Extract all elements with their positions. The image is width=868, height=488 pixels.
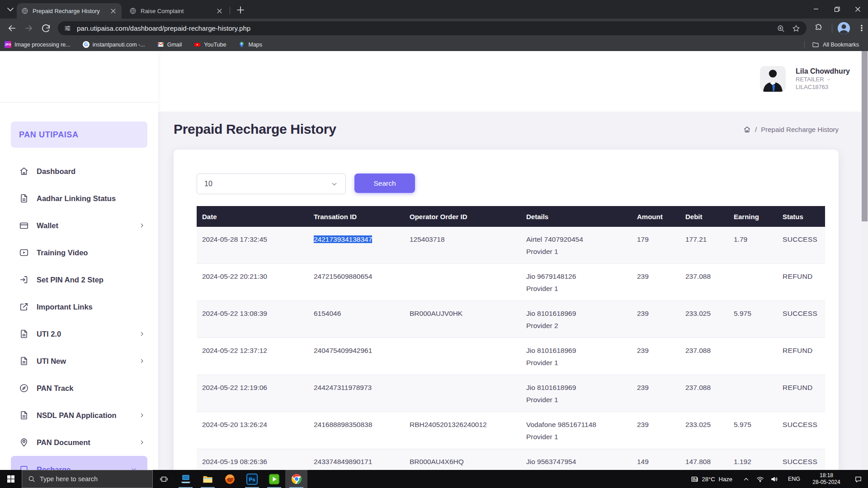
sidebar-item-important-links[interactable]: Important Links bbox=[0, 293, 158, 320]
column-header: Debit bbox=[680, 206, 728, 227]
clock[interactable]: 18:18 28-05-2024 bbox=[805, 472, 848, 486]
sidebar-item-recharge[interactable]: Recharge bbox=[11, 456, 147, 470]
cell-earning bbox=[728, 338, 777, 375]
external-link-icon bbox=[19, 302, 29, 312]
bookmark-item[interactable]: JPGImage processing re... bbox=[5, 41, 71, 48]
sidebar-item-dashboard[interactable]: Dashboard bbox=[0, 158, 158, 185]
sidebar-menu: DashboardAadhar Linking StatusWalletTrai… bbox=[0, 158, 158, 470]
sidebar-item-label: Set PIN And 2 Step bbox=[37, 276, 104, 284]
zoom-icon[interactable] bbox=[777, 24, 785, 33]
column-header: Earning bbox=[728, 206, 777, 227]
forward-icon[interactable] bbox=[24, 23, 34, 33]
bookmark-item[interactable]: YouTube bbox=[194, 41, 226, 48]
bookmark-item[interactable]: Maps bbox=[238, 41, 262, 48]
tab-search-button[interactable] bbox=[5, 4, 16, 15]
sidebar-item-training-video[interactable]: Training Video bbox=[0, 239, 158, 266]
cell-debit: 237.088 bbox=[680, 338, 728, 375]
sidebar-item-wallet[interactable]: Wallet bbox=[0, 212, 158, 239]
cell-status: REFUND bbox=[777, 338, 825, 375]
details-line: Provider 1 bbox=[526, 357, 630, 369]
home-icon[interactable] bbox=[743, 126, 751, 133]
sidebar-item-pan-document[interactable]: PAN Document bbox=[0, 429, 158, 456]
task-view-icon[interactable] bbox=[153, 470, 175, 488]
tab-close-icon[interactable] bbox=[109, 7, 117, 15]
scrollbar-thumb[interactable] bbox=[862, 51, 868, 221]
sidebar-item-label: Training Video bbox=[37, 249, 88, 257]
restore-button[interactable] bbox=[826, 0, 847, 18]
cell-details: Jio 8101618969Provider 1 bbox=[521, 375, 632, 412]
cell-earning: 1.79 bbox=[728, 227, 777, 264]
taskbar-search[interactable]: Type here to search bbox=[22, 470, 153, 488]
page-scrollbar[interactable] bbox=[861, 51, 868, 470]
user-role[interactable]: RETAILER bbox=[796, 75, 850, 83]
site-info-icon[interactable] bbox=[64, 24, 71, 32]
home-icon bbox=[19, 166, 29, 176]
tab-strip: Prepaid Recharge History Raise Complaint bbox=[0, 0, 868, 19]
browser-profile-avatar[interactable] bbox=[838, 22, 850, 34]
sidebar-item-uti-new[interactable]: UTI New bbox=[0, 347, 158, 375]
orange-browser-icon[interactable] bbox=[219, 470, 241, 488]
history-card: 10 Search DateTransation IDOperator Orde… bbox=[174, 150, 839, 470]
url-bar[interactable]: pan.utipaisa.com/dashboard/prepaid-recha… bbox=[58, 21, 807, 35]
new-tab-button[interactable] bbox=[235, 5, 246, 15]
app-header: Lila Chowdhury RETAILER LILAC18763 bbox=[158, 51, 861, 112]
browser-tab-active[interactable]: Prepaid Recharge History bbox=[17, 3, 122, 19]
notification-center-icon[interactable] bbox=[848, 475, 868, 483]
cell-transaction-id: 240475409942961 bbox=[308, 338, 404, 375]
search-button[interactable]: Search bbox=[354, 174, 415, 193]
chrome-icon[interactable] bbox=[285, 470, 307, 488]
sidebar-item-nsdl-pan-application[interactable]: NSDL PAN Application bbox=[0, 402, 158, 429]
brand-logo[interactable]: PAN UTIPAISA bbox=[11, 122, 147, 148]
tray-chevron-up-icon[interactable] bbox=[742, 475, 750, 483]
bookmark-item[interactable]: Gmail bbox=[157, 41, 182, 48]
details-line: Provider 1 bbox=[526, 282, 630, 295]
file-explorer-icon[interactable] bbox=[197, 470, 219, 488]
details-line: Jio 8101618969 bbox=[526, 344, 630, 357]
sidebar-item-set-pin-and-2-step[interactable]: Set PIN And 2 Step bbox=[0, 266, 158, 293]
user-name: Lila Chowdhury bbox=[796, 67, 850, 75]
cell-amount: 239 bbox=[632, 412, 680, 449]
start-button[interactable] bbox=[0, 470, 22, 488]
user-profile[interactable]: Lila Chowdhury RETAILER LILAC18763 bbox=[760, 66, 850, 92]
file-icon bbox=[19, 410, 29, 420]
reload-icon[interactable] bbox=[41, 23, 51, 33]
page-size-select[interactable]: 10 bbox=[197, 174, 346, 194]
table-row: 2024-05-22 12:19:06244247311978973Jio 81… bbox=[197, 375, 825, 412]
sidebar-item-uti-2-0[interactable]: UTI 2.0 bbox=[0, 320, 158, 347]
jpg-favicon-icon: JPG bbox=[5, 41, 11, 48]
laptop-app-icon[interactable] bbox=[175, 470, 197, 488]
back-icon[interactable] bbox=[7, 23, 17, 33]
browser-tab[interactable]: Raise Complaint bbox=[125, 3, 228, 19]
cell-status: REFUND bbox=[777, 264, 825, 301]
close-window-button[interactable] bbox=[847, 0, 868, 18]
sidebar-item-label: Important Links bbox=[37, 303, 93, 311]
globe-favicon-icon bbox=[129, 7, 137, 14]
user-avatar bbox=[760, 66, 786, 92]
sidebar-item-aadhar-linking-status[interactable]: Aadhar Linking Status bbox=[0, 185, 158, 212]
bookmark-item[interactable]: Ginstantpanuti.com -... bbox=[83, 41, 145, 48]
volume-icon[interactable] bbox=[770, 475, 778, 483]
wifi-icon[interactable] bbox=[756, 475, 764, 483]
sidebar-item-label: Wallet bbox=[37, 221, 58, 230]
minimize-button[interactable] bbox=[806, 0, 826, 18]
details-line: Vodafone 9851671148 bbox=[526, 418, 630, 431]
cell-status: SUCCESS bbox=[777, 412, 825, 449]
sidebar-item-pan-track[interactable]: PAN Track bbox=[0, 375, 158, 402]
user-id: LILAC18763 bbox=[796, 83, 850, 91]
google-favicon-icon: G bbox=[83, 41, 90, 48]
extensions-icon[interactable] bbox=[814, 23, 823, 33]
menu-kebab-icon[interactable] bbox=[858, 23, 866, 33]
photoshop-icon[interactable]: Ps bbox=[241, 470, 263, 488]
chevron-down-icon bbox=[826, 77, 831, 82]
sidebar-item-label: Recharge bbox=[37, 465, 71, 470]
bookmark-star-icon[interactable] bbox=[792, 24, 800, 33]
cell-debit: 147.808 bbox=[680, 449, 728, 470]
sidebar-item-label: UTI New bbox=[37, 357, 66, 366]
all-bookmarks-button[interactable]: All Bookmarks bbox=[804, 41, 868, 48]
language-indicator[interactable]: ENG bbox=[788, 476, 800, 482]
weather-widget[interactable]: 28°C Haze bbox=[691, 475, 732, 483]
sidebar-item-label: Aadhar Linking Status bbox=[37, 194, 116, 203]
tab-close-icon[interactable] bbox=[216, 7, 223, 15]
cell-status: SUCCESS bbox=[777, 449, 825, 470]
android-play-icon[interactable] bbox=[263, 470, 285, 488]
